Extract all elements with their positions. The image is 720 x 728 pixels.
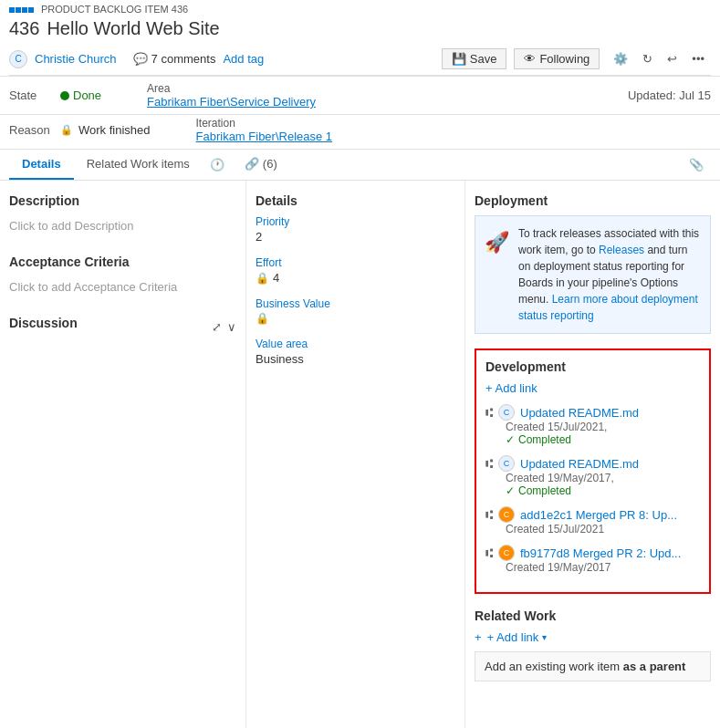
development-title: Development xyxy=(485,359,700,374)
user-name[interactable]: Christie Church xyxy=(35,52,117,66)
avatar: C xyxy=(9,50,27,68)
more-options-button[interactable]: ••• xyxy=(685,48,711,69)
product-backlog-icon xyxy=(9,4,37,15)
dev-item-link-1[interactable]: Updated README.md xyxy=(520,457,639,471)
releases-link[interactable]: Releases xyxy=(599,244,644,256)
iteration-value[interactable]: Fabrikam Fiber\Release 1 xyxy=(196,130,333,143)
comments-button[interactable]: 💬 7 comments xyxy=(133,52,216,66)
avatar-1: C xyxy=(498,455,515,472)
state-label: State xyxy=(9,88,55,102)
undo-button[interactable]: ↩ xyxy=(661,48,683,69)
lock-icon: 🔒 xyxy=(60,124,73,136)
branch-icon-0: ⑆ xyxy=(485,405,493,420)
dev-item-status-0: ✓ Completed xyxy=(485,433,700,446)
business-value-value: 🔒 xyxy=(256,312,455,325)
related-add-link-button[interactable]: + + Add link ▾ xyxy=(475,630,711,644)
save-icon: 💾 xyxy=(452,52,466,66)
add-tag-button[interactable]: Add tag xyxy=(223,52,264,66)
save-button[interactable]: 💾 Save xyxy=(442,48,507,69)
avatar-2: C xyxy=(498,506,515,523)
settings-button[interactable]: ⚙️ xyxy=(607,48,634,69)
collapse-icon[interactable]: ∨ xyxy=(227,320,236,334)
business-value-lock-icon: 🔒 xyxy=(256,312,269,325)
check-icon-1: ✓ xyxy=(506,484,515,497)
deployment-title: Deployment xyxy=(475,193,711,208)
tab-attachments[interactable]: 📎 xyxy=(682,154,711,175)
left-panel: Description Click to add Description Acc… xyxy=(0,181,246,728)
avatar-0: C xyxy=(498,404,515,421)
work-item-title: Hello World Web Site xyxy=(47,18,219,39)
priority-field: Priority 2 xyxy=(256,215,455,244)
area-label: Area xyxy=(147,82,316,95)
dev-item-meta-1: Created 19/May/2017, xyxy=(485,472,700,484)
dev-item-status-1: ✓ Completed xyxy=(485,484,700,497)
comments-count: 7 comments xyxy=(151,52,216,66)
effort-label: Effort xyxy=(256,256,455,269)
dev-item-0: ⑆ C Updated README.md Created 15/Jul/202… xyxy=(485,404,700,446)
area-value[interactable]: Fabrikam Fiber\Service Delivery xyxy=(147,95,316,109)
state-value[interactable]: Done xyxy=(73,88,101,102)
dev-item-3: ⑆ C fb9177d8 Merged PR 2: Upd... Created… xyxy=(485,545,700,574)
branch-icon-2: ⑆ xyxy=(485,507,493,522)
tab-related-work-items[interactable]: Related Work items xyxy=(74,150,203,180)
discussion-header: Discussion ⤢ ∨ xyxy=(9,316,236,338)
following-button[interactable]: 👁 Following xyxy=(514,48,600,69)
business-value-label: Business Value xyxy=(256,297,455,310)
tab-details[interactable]: Details xyxy=(9,150,74,180)
discussion-icons: ⤢ ∨ xyxy=(212,320,236,334)
priority-value[interactable]: 2 xyxy=(256,230,455,244)
deployment-info-box: 🚀 To track releases associated with this… xyxy=(475,215,711,334)
status-dot xyxy=(60,91,69,100)
priority-label: Priority xyxy=(256,215,455,228)
acceptance-criteria-input[interactable]: Click to add Acceptance Criteria xyxy=(9,276,236,297)
learn-more-link[interactable]: Learn more about deployment status repor… xyxy=(518,293,698,322)
effort-value: 🔒 4 xyxy=(256,271,455,285)
related-parent-text: Add an existing work item as a parent xyxy=(485,660,685,673)
updated-label: Updated: Jul 15 xyxy=(628,88,711,102)
development-section: Development + Add link ⑆ C Updated READM… xyxy=(475,348,711,594)
branch-icon-1: ⑆ xyxy=(485,456,493,471)
iteration-area: Iteration Fabrikam Fiber\Release 1 xyxy=(196,117,711,143)
meta-area-row: Area Fabrikam Fiber\Service Delivery xyxy=(147,82,610,109)
dev-item-link-0[interactable]: Updated README.md xyxy=(520,406,639,420)
tab-history[interactable]: 🕐 xyxy=(203,154,232,175)
content-area: Description Click to add Description Acc… xyxy=(0,181,720,728)
link-icon: 🔗 xyxy=(245,157,259,171)
dev-item-1: ⑆ C Updated README.md Created 19/May/201… xyxy=(485,455,700,497)
eye-icon: 👁 xyxy=(524,52,536,66)
expand-icon[interactable]: ⤢ xyxy=(212,320,222,334)
development-add-link-button[interactable]: + Add link xyxy=(485,381,700,395)
dev-item-meta-0: Created 15/Jul/2021, xyxy=(485,421,700,433)
comment-icon: 💬 xyxy=(133,52,148,66)
value-area-label: Value area xyxy=(256,338,455,350)
discussion-title: Discussion xyxy=(9,316,78,330)
effort-lock-icon: 🔒 xyxy=(256,272,269,285)
middle-panel: Details Priority 2 Effort 🔒 4 Business V… xyxy=(246,181,465,728)
breadcrumb: PRODUCT BACKLOG ITEM 436 xyxy=(9,4,711,16)
check-icon-0: ✓ xyxy=(506,433,515,446)
avatar-3: C xyxy=(498,545,515,561)
dev-item-meta-2: Created 15/Jul/2021 xyxy=(485,523,700,536)
tab-links[interactable]: 🔗 (6) xyxy=(232,150,290,180)
branch-icon-3: ⑆ xyxy=(485,546,493,560)
area-field: Area Fabrikam Fiber\Service Delivery xyxy=(147,82,316,109)
dev-item-2: ⑆ C add1e2c1 Merged PR 8: Up... Created … xyxy=(485,506,700,536)
state-field: State Done xyxy=(9,88,101,102)
dev-item-meta-3: Created 19/May/2017 xyxy=(485,561,700,574)
deployment-info-text: To track releases associated with this w… xyxy=(518,225,701,324)
breadcrumb-label: PRODUCT BACKLOG ITEM 436 xyxy=(41,4,188,15)
following-label: Following xyxy=(539,52,590,66)
value-area-value[interactable]: Business xyxy=(256,352,455,366)
value-area-field: Value area Business xyxy=(256,338,455,366)
iteration-label: Iteration xyxy=(196,117,333,130)
deployment-section: Deployment 🚀 To track releases associate… xyxy=(475,193,711,334)
chevron-down-icon: ▾ xyxy=(542,632,547,642)
dev-item-link-2[interactable]: add1e2c1 Merged PR 8: Up... xyxy=(520,508,677,522)
dev-item-link-3[interactable]: fb9177d8 Merged PR 2: Upd... xyxy=(520,546,681,560)
effort-field: Effort 🔒 4 xyxy=(256,256,455,285)
save-label: Save xyxy=(470,52,497,66)
reason-value: Work finished xyxy=(78,123,151,137)
description-input[interactable]: Click to add Description xyxy=(9,215,236,236)
refresh-button[interactable]: ↻ xyxy=(636,48,659,69)
reason-field: Reason 🔒 Work finished xyxy=(9,123,151,137)
